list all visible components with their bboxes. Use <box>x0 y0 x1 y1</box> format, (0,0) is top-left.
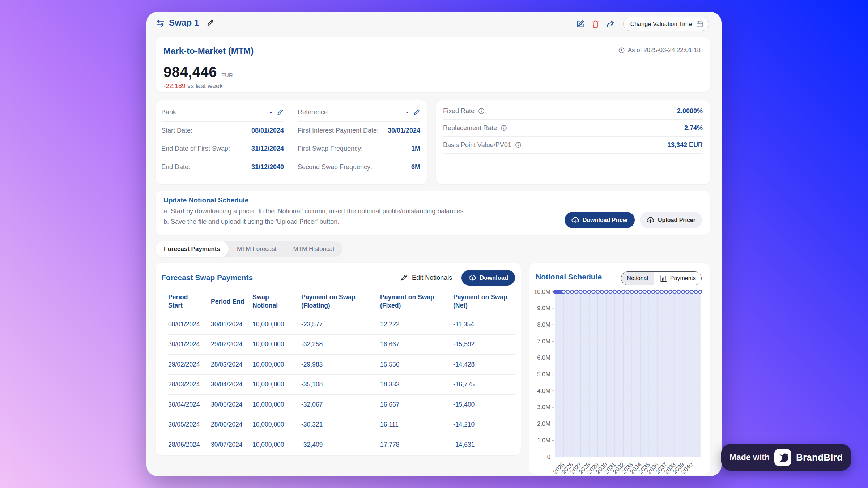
info-icon[interactable] <box>515 141 522 149</box>
upload-cloud-icon <box>646 216 655 224</box>
table-header: Swap Notional <box>252 293 301 314</box>
edit-swap-icon[interactable] <box>576 19 585 29</box>
y-tick-label: 3.0M <box>537 404 550 410</box>
download-table-button[interactable]: Download <box>461 270 515 286</box>
toggle-payments[interactable]: Payments <box>654 272 701 285</box>
detail-label: End Date: <box>161 163 190 171</box>
table-cell: -16,775 <box>453 374 515 395</box>
chart-marker <box>639 290 642 294</box>
chart-marker <box>562 290 565 294</box>
mtm-delta: -22,189 <box>163 82 186 90</box>
detail-value: 08/01/2024 <box>251 127 284 134</box>
table-cell: 12,222 <box>380 314 453 335</box>
chart-marker <box>669 290 672 294</box>
table-cell: -30,321 <box>301 415 380 435</box>
download-pricer-label: Download Pricer <box>583 217 628 223</box>
detail-label: Start Date: <box>161 127 192 134</box>
table-cell: 15,556 <box>380 355 453 375</box>
mtm-as-of: As of 2025-03-24 22:01:18 <box>618 47 701 54</box>
toggle-notional[interactable]: Notional <box>621 272 654 285</box>
table-cell: 18,333 <box>380 374 453 395</box>
chart-marker <box>596 290 599 294</box>
chart-marker <box>592 290 595 294</box>
table-cell: -11,354 <box>453 314 515 335</box>
mtm-as-of-text: As of 2025-03-24 22:01:18 <box>628 47 701 54</box>
upload-pricer-button[interactable]: Upload Pricer <box>640 212 702 228</box>
swap-detail-panel: Swap 1 Change Valuation Time <box>146 12 722 476</box>
table-cell: 16,667 <box>380 395 453 415</box>
table-cell: 30/04/2024 <box>211 374 252 395</box>
y-tick-label: 7.0M <box>537 338 550 344</box>
table-cell: -32,067 <box>301 395 380 415</box>
swap-details-card: Bank:-Start Date:08/01/2024End Date of F… <box>156 100 427 184</box>
share-icon[interactable] <box>606 19 615 29</box>
edit-field-pencil-icon[interactable] <box>413 108 420 116</box>
chart-marker <box>622 290 625 294</box>
table-cell: 30/01/2024 <box>211 314 252 335</box>
edit-field-pencil-icon[interactable] <box>276 108 284 116</box>
download-cloud-icon <box>571 216 579 224</box>
toggle-label: Notional <box>627 275 648 282</box>
chart-marker <box>626 290 629 294</box>
brandbird-badge[interactable]: Made with BrandBird <box>721 444 851 471</box>
upload-pricer-label: Upload Pricer <box>658 217 695 223</box>
mtm-delta-suffix: vs last week <box>186 82 223 90</box>
detail-label: Second Swap Frequency: <box>298 163 372 171</box>
mtm-value: 984,446 <box>163 64 217 80</box>
delete-swap-icon[interactable] <box>591 20 600 29</box>
detail-value: 31/12/2024 <box>251 145 284 153</box>
edit-notionals-button[interactable]: Edit Notionals <box>400 274 452 282</box>
chart-marker <box>617 290 621 294</box>
forecast-payments-table: Period StartPeriod EndSwap NotionalPayme… <box>168 293 515 455</box>
chart-marker <box>664 290 668 294</box>
tab-mtm-historical[interactable]: MTM Historical <box>285 241 342 257</box>
mtm-card: Mark-to-Market (MTM) As of 2025-03-24 22… <box>156 37 710 92</box>
table-cell: -35,108 <box>301 374 380 395</box>
chart-marker <box>681 290 685 294</box>
table-row: 30/01/202429/02/202410,000,000-32,25816,… <box>168 334 515 355</box>
notional-schedule-chart: 01.0M2.0M3.0M4.0M5.0M6.0M7.0M8.0M9.0M10.… <box>529 263 710 475</box>
table-cell: 10,000,000 <box>252 415 301 435</box>
update-notional-card: Update Notional Schedule a. Start by dow… <box>156 191 710 235</box>
detail-label: Reference: <box>298 108 329 116</box>
table-header: Period End <box>211 293 252 314</box>
chart-marker <box>600 290 604 294</box>
change-valuation-time-button[interactable]: Change Valuation Time <box>623 17 709 31</box>
chart-marker <box>673 290 676 294</box>
table-header: Period Start <box>168 293 211 314</box>
table-cell: 10,000,000 <box>252 435 301 455</box>
pencil-icon <box>400 274 408 282</box>
table-row: 28/03/202430/04/202410,000,000-35,10818,… <box>168 374 515 395</box>
page-header: Swap 1 <box>156 18 214 28</box>
rates-card: Fixed Rate2.0000%Replacement Rate2.74%Ba… <box>436 100 710 184</box>
y-tick-label: 5.0M <box>537 371 550 377</box>
detail-row: End Date:31/12/2040 <box>161 158 284 177</box>
detail-row: Reference:- <box>298 103 420 122</box>
table-cell: 28/06/2024 <box>211 415 252 435</box>
chart-marker <box>643 290 646 294</box>
chart-title: Notional Schedule <box>536 273 602 281</box>
y-tick-label: 10.0M <box>534 288 550 295</box>
chart-marker <box>677 290 680 294</box>
chart-marker <box>566 290 569 294</box>
table-cell: -14,428 <box>453 355 515 375</box>
table-cell: 28/03/2024 <box>211 355 252 375</box>
chart-marker <box>609 290 612 294</box>
table-cell: -14,631 <box>453 435 515 455</box>
table-cell: 16,111 <box>380 415 453 435</box>
table-cell: 29/02/2024 <box>211 334 252 355</box>
rate-row: Fixed Rate2.0000% <box>443 103 703 120</box>
table-cell: -15,592 <box>453 334 515 355</box>
table-cell: 10,000,000 <box>252 395 301 415</box>
forecast-table-title: Forecast Swap Payments <box>161 273 253 282</box>
table-cell: 28/06/2024 <box>168 435 211 455</box>
tab-forecast-payments[interactable]: Forecast Payments <box>156 241 229 257</box>
info-icon[interactable] <box>500 124 507 132</box>
edit-title-pencil-icon[interactable] <box>206 19 214 27</box>
info-icon[interactable] <box>478 107 485 115</box>
view-tabs: Forecast PaymentsMTM ForecastMTM Histori… <box>156 241 342 257</box>
tab-mtm-forecast[interactable]: MTM Forecast <box>229 241 285 257</box>
swap-details-column-1: Bank:-Start Date:08/01/2024End Date of F… <box>161 103 284 184</box>
table-cell: 29/02/2024 <box>168 355 211 375</box>
download-pricer-button[interactable]: Download Pricer <box>565 212 635 228</box>
